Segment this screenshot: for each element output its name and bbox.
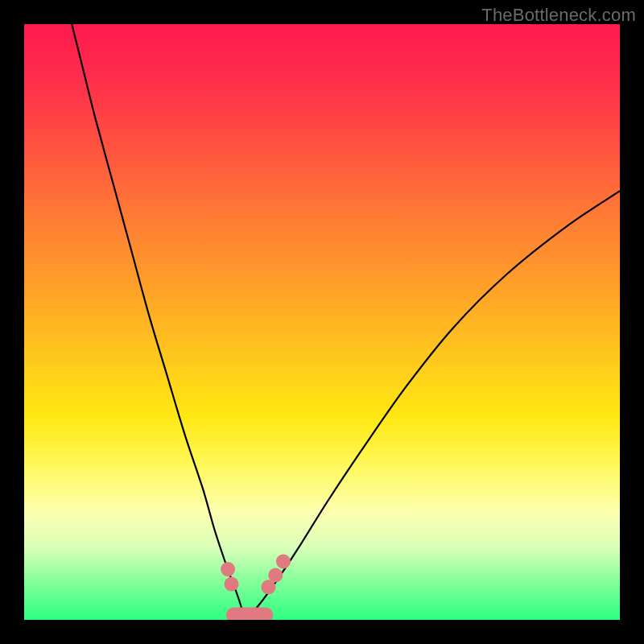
watermark-text: TheBottleneck.com xyxy=(481,5,636,26)
data-marker xyxy=(221,562,235,576)
chart-stage: TheBottleneck.com xyxy=(0,0,644,644)
markers-group xyxy=(221,554,291,594)
data-marker xyxy=(268,568,283,583)
left-curve xyxy=(72,24,245,620)
plot-area xyxy=(24,24,620,620)
bottom-blob xyxy=(226,607,273,620)
curve-layer xyxy=(24,24,620,620)
right-curve xyxy=(245,191,620,620)
data-marker xyxy=(276,554,291,568)
data-marker xyxy=(225,577,239,592)
